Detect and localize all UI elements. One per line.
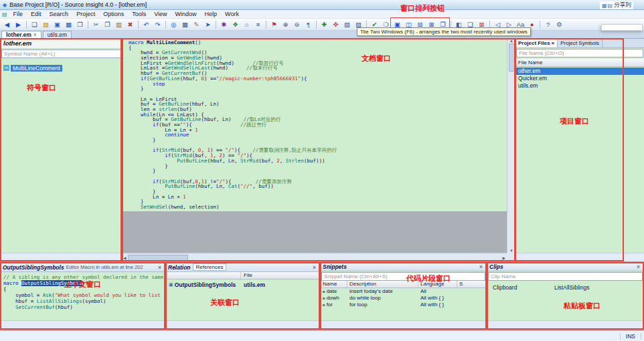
status-ins-mode: INS [621, 333, 641, 340]
project-file-row[interactable]: other.em [515, 68, 644, 75]
project-tab-project-symbols[interactable]: Project Symbols [558, 39, 602, 47]
document-icon[interactable]: ▤ [2, 11, 7, 17]
relation-tab-references[interactable]: References [193, 263, 227, 271]
toolbar-open-file-icon[interactable]: ▤ [41, 20, 51, 29]
tab-utils.em[interactable]: utils.em [43, 31, 72, 38]
toolbar-save-all-icon[interactable]: ▦ [64, 20, 74, 29]
code-line [129, 92, 507, 97]
share-grid-icon[interactable]: ▤ [608, 3, 613, 9]
scroll-right-icon[interactable]: ▶ [502, 255, 505, 260]
share-toolbar-header[interactable]: ▦▤ 分享到 [600, 1, 633, 9]
project-tab-label: Project Files [518, 40, 550, 46]
toolbar-zoom-out-icon[interactable]: ⊖ [292, 20, 302, 29]
clip-item[interactable]: ListAllSiblings [554, 284, 589, 291]
snippet-name-input[interactable] [321, 272, 485, 281]
menu-tools[interactable]: Tools [128, 11, 150, 17]
close-icon[interactable]: × [311, 264, 317, 271]
editor-code[interactable]: macro MultiLineComment(){ hwnd = GetCurr… [122, 39, 507, 210]
annotation-symbol-window: 符号窗口 [27, 83, 56, 93]
menu-options[interactable]: Options [99, 11, 128, 17]
toolbar-paste-icon[interactable]: ▥ [114, 20, 124, 29]
scroll-left-icon[interactable]: ◀ [123, 255, 127, 260]
code-token: (hbuf, Ln, [207, 158, 240, 164]
share-grid-icon[interactable]: ▦ [602, 3, 607, 9]
snippet-icon: ■ [323, 296, 325, 300]
toolbar-help-icon[interactable]: ? [543, 20, 553, 29]
snippet-row[interactable]: ■dowhdo while loopAll with { } [321, 295, 486, 302]
toolbar-synchronize-icon[interactable]: ▧ [342, 20, 352, 29]
relation-footer [166, 320, 319, 329]
file-name-input[interactable] [516, 49, 643, 58]
menu-window[interactable]: Window [171, 11, 201, 17]
snippets-column-s[interactable]: S [457, 281, 486, 288]
toolbar-search-icon[interactable]: ◎ [169, 20, 179, 29]
project-tab-close-icon[interactable]: × [552, 40, 555, 46]
toolbar-remove-file-icon[interactable]: ✜ [331, 20, 341, 29]
toolbar-new-file-icon[interactable]: ❏ [29, 20, 39, 29]
toolbar-save-icon[interactable]: ▣ [52, 20, 62, 29]
toolbar-symbol-window-toggle-icon[interactable]: ❖ [230, 20, 240, 29]
snippet-row[interactable]: ■dateinsert today's dateAll [321, 288, 486, 295]
toolbar-copy-icon[interactable]: ❐ [102, 20, 112, 29]
menu-file[interactable]: File [9, 11, 27, 17]
close-icon[interactable]: × [157, 264, 163, 271]
relation-title: Relation [168, 264, 191, 271]
menubar: ▤ FileEditSearchProjectOptionsToolsViewW… [0, 10, 644, 19]
toolbar-back-icon[interactable]: ◀ [2, 20, 12, 29]
toolbar-zoom-in-icon[interactable]: ⊕ [280, 20, 291, 29]
tab-label: lother.em [6, 31, 31, 38]
clip-item[interactable]: Clipboard [493, 284, 517, 291]
snippets-title: Snippets [323, 263, 347, 270]
toolbar-add-file-icon[interactable]: ✚ [319, 20, 329, 29]
scroll-up-icon[interactable]: ▲ [509, 39, 513, 43]
code-line: hbuf = ListAllSiblings(symbol) [3, 298, 162, 304]
relation-file-column[interactable]: File [241, 272, 319, 279]
toolbar-print-icon[interactable]: ❒ [75, 20, 85, 29]
relation-symbol-column[interactable] [166, 272, 241, 279]
snippets-window: Snippets × NameDescriptionLanguageS ■dat… [321, 263, 486, 329]
project-tab-project-files[interactable]: Project Files× [515, 39, 558, 47]
symbol-list-item[interactable]: mMultiLineComment [1, 64, 122, 72]
horizontal-scroll-thumb[interactable] [128, 255, 188, 261]
horizontal-scrollbar[interactable]: ◀ ▶ [122, 253, 507, 261]
toolbar-project-window-toggle-icon[interactable]: ⌂ [242, 20, 252, 29]
file-name-column-header[interactable]: File Name [515, 59, 644, 67]
clip-name-input[interactable] [488, 272, 643, 281]
menu-search[interactable]: Search [46, 11, 73, 17]
toolbar-go-to-line-icon[interactable]: ➤ [203, 20, 213, 29]
toolbar-context-window-toggle-icon[interactable]: ≡ [253, 20, 263, 29]
toolbar-settings-icon[interactable]: ⚙ [554, 20, 564, 29]
relation-row[interactable]: ▣OutputSiblingSymbolsutils.em [166, 281, 319, 288]
document-window[interactable]: macro MultiLineComment(){ hwnd = GetCurr… [122, 39, 515, 261]
tab-close-icon[interactable]: × [33, 31, 37, 38]
vertical-scrollbar[interactable]: ▲ ▼ [507, 39, 515, 253]
project-file-row[interactable]: utils.em [515, 82, 644, 90]
toolbar-separator [26, 21, 27, 29]
menu-work[interactable]: Work [221, 11, 243, 17]
toolbar-cut-icon[interactable]: ✂ [91, 20, 101, 29]
toolbar-redo-icon[interactable]: ↷ [153, 20, 163, 29]
code-line: SetCurrentBuf(hbuf) [3, 304, 162, 310]
toolbar-replace-icon[interactable]: ✎ [191, 20, 202, 29]
tab-lother.em[interactable]: lother.em× [1, 31, 42, 38]
toolbar-delete-icon[interactable]: ✖ [125, 20, 135, 29]
menu-edit[interactable]: Edit [27, 11, 46, 17]
toolbar-undo-icon[interactable]: ↶ [141, 20, 151, 29]
toolbar-separator [165, 21, 166, 29]
toolbar-bookmark-icon[interactable]: ⚑ [269, 20, 279, 29]
menu-view[interactable]: View [150, 11, 171, 17]
project-file-row[interactable]: Quicker.em [515, 75, 644, 82]
close-icon[interactable]: × [478, 263, 484, 270]
close-icon[interactable]: × [635, 263, 641, 270]
toolbar-search-in-files-icon[interactable]: ▩ [180, 20, 190, 29]
toolbar-show-special-chars-icon[interactable]: ¶ [303, 20, 313, 29]
code-token: SetWndSel [141, 204, 168, 210]
toolbar-browse-symbols-icon[interactable]: ✱ [219, 20, 229, 29]
vertical-scroll-thumb[interactable] [509, 43, 515, 72]
menu-help[interactable]: Help [201, 11, 222, 17]
toolbar-forward-icon[interactable]: ▶ [13, 20, 23, 29]
menu-project[interactable]: Project [72, 11, 99, 17]
symbol-name-input[interactable] [1, 49, 121, 58]
snippet-row[interactable]: ■forfor loopAll with { } [321, 302, 486, 308]
snippets-column-name[interactable]: Name [321, 281, 347, 288]
